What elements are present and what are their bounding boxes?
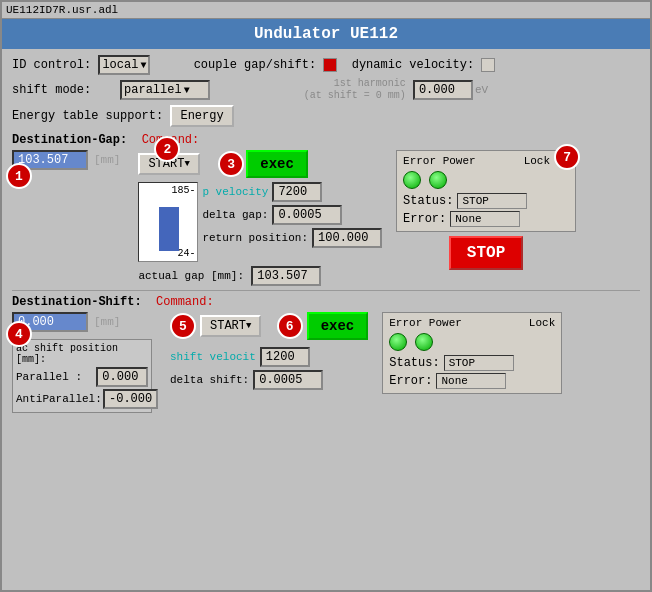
shift-header-row: Destination-Shift: Command:: [12, 295, 640, 309]
gap-error-panel: 7 Error Power Lock Status:: [396, 150, 576, 270]
gap-lock-led: [429, 171, 447, 189]
gap-delta-label: delta gap:: [202, 209, 268, 221]
gap-start-arrow: ▼: [184, 159, 189, 169]
shift-error-row: Error: None: [389, 373, 555, 389]
gap-lock-label: Lock: [524, 155, 550, 167]
shift-actual-label: ac shift position [mm]:: [16, 343, 148, 365]
controls-row2: shift mode: parallel ▼ 1st harmonic(at s…: [12, 78, 640, 102]
header-title: Undulator UE112: [254, 25, 398, 43]
gap-status-label: Status:: [403, 194, 453, 208]
gap-error-row: Error: None: [403, 211, 569, 227]
shift-antiparallel-row: AntiParallel: -0.000: [16, 389, 148, 409]
chart-bottom-label: 24-: [177, 248, 195, 259]
main-window: UE112ID7R.usr.adl Undulator UE112 ID con…: [0, 0, 652, 592]
shift-delta-value[interactable]: 0.0005: [253, 370, 323, 390]
gap-status-row: Status: STOP: [403, 193, 569, 209]
shift-power-led: [389, 333, 407, 351]
shift-error-box: Error Power Lock Status: STOP Error:: [382, 312, 562, 394]
shift-mode-arrow: ▼: [184, 85, 190, 96]
stop-btn-container: STOP: [396, 236, 576, 270]
badge-1: 1: [6, 163, 32, 189]
shift-error-value: None: [436, 373, 506, 389]
shift-error-label: Error:: [389, 374, 432, 388]
controls-row1: ID control: local ▼ couple gap/shift: dy…: [12, 55, 640, 75]
app-header: Undulator UE112: [2, 19, 650, 49]
shift-parallel-value: 0.000: [96, 367, 148, 387]
badge-3: 3: [218, 151, 244, 177]
shift-main-row: 0.000 [mm] ac shift position [mm]: Paral…: [12, 312, 640, 413]
couple-gap-shift-label: couple gap/shift:: [194, 58, 316, 72]
shift-error-power-label: Error Power: [389, 317, 462, 329]
shift-error-panel: Error Power Lock Status: STOP Error:: [382, 312, 562, 394]
gap-delta-row: delta gap: 0.0005: [202, 205, 382, 225]
gap-chart: 185- 24-: [138, 182, 198, 262]
shift-actual-panel: ac shift position [mm]: Parallel : 0.000…: [12, 339, 152, 413]
shift-lock-led: [415, 333, 433, 351]
gap-error-label: Error:: [403, 212, 446, 226]
gap-delta-value[interactable]: 0.0005: [272, 205, 342, 225]
shift-velocity-value[interactable]: 1200: [260, 347, 310, 367]
shift-mid-col: 5 START ▼ 6 exec shi: [170, 312, 368, 390]
id-control-label: ID control:: [12, 58, 91, 72]
badge-6: 6: [277, 313, 303, 339]
gap-error-value: None: [450, 211, 520, 227]
shift-parallel-label: Parallel :: [16, 371, 94, 383]
gap-status-value: STOP: [457, 193, 527, 209]
harmonic-unit: eV: [475, 84, 488, 96]
shift-command-label: Command:: [156, 295, 214, 309]
stop-button[interactable]: STOP: [449, 236, 523, 270]
shift-antiparallel-value: -0.000: [103, 389, 158, 409]
shift-mode-select[interactable]: parallel ▼: [120, 80, 210, 100]
gap-section: Destination-Gap: Command: 1 103.507 [mm]: [12, 133, 640, 286]
shift-status-row: Status: STOP: [389, 355, 555, 371]
gap-header-row: Destination-Gap: Command:: [12, 133, 640, 147]
shift-left-col: 0.000 [mm] ac shift position [mm]: Paral…: [12, 312, 152, 413]
shift-status-value: STOP: [444, 355, 514, 371]
title-bar: UE112ID7R.usr.adl: [2, 2, 650, 19]
gap-chart-row: 185- 24- p velocity 7200 delta gap:: [138, 182, 382, 262]
harmonic-label: 1st harmonic(at shift = 0 mm): [304, 78, 406, 102]
shift-velocity-label: shift velocit: [170, 351, 256, 363]
harmonic-label-block: 1st harmonic(at shift = 0 mm): [304, 78, 406, 102]
energy-table-label: Energy table support:: [12, 109, 163, 123]
actual-gap-value: 103.507: [251, 266, 321, 286]
gap-led-row: [403, 171, 550, 189]
gap-velocity-value[interactable]: 7200: [272, 182, 322, 202]
shift-dest-row: 0.000 [mm]: [12, 312, 152, 332]
dynamic-velocity-checkbox[interactable]: [481, 58, 495, 72]
shift-delta-label: delta shift:: [170, 374, 249, 386]
gap-right-fields: p velocity 7200 delta gap: 0.0005 return…: [202, 182, 382, 262]
shift-exec-button[interactable]: exec: [307, 312, 369, 340]
gap-chart-container: 2 START ▼ 3 exec: [138, 150, 382, 286]
badge-5: 5: [170, 313, 196, 339]
controls-row3: Energy table support: Energy: [12, 105, 640, 127]
shift-status-label: Status:: [389, 356, 439, 370]
shift-error-header: Error Power Lock: [389, 317, 555, 329]
gap-power-led: [403, 171, 421, 189]
badge-7: 7: [554, 144, 580, 170]
harmonic-value: 0.000: [413, 80, 473, 100]
shift-start-row: 5 START ▼ 6 exec: [170, 312, 368, 340]
gap-return-label: return position:: [202, 232, 308, 244]
shift-start-button[interactable]: START ▼: [200, 315, 261, 337]
id-control-select[interactable]: local ▼: [98, 55, 150, 75]
shift-title: Destination-Shift:: [12, 295, 142, 309]
shift-parallel-row: Parallel : 0.000: [16, 367, 148, 387]
shift-delta-row: delta shift: 0.0005: [170, 370, 368, 390]
gap-error-header: Error Power Lock: [403, 155, 550, 167]
gap-error-box: Error Power Lock Status: STOP Error:: [396, 150, 576, 232]
gap-exec-button[interactable]: exec: [246, 150, 308, 178]
gap-return-row: return position: 100.000: [202, 228, 382, 248]
shift-mode-label: shift mode:: [12, 83, 91, 97]
energy-button[interactable]: Energy: [170, 105, 233, 127]
shift-section: Destination-Shift: Command: 4 0.000 [mm]…: [12, 295, 640, 413]
gap-main-row: 103.507 [mm] 2 START ▼: [12, 150, 640, 286]
window-title: UE112ID7R.usr.adl: [6, 4, 118, 16]
couple-gap-shift-checkbox[interactable]: [323, 58, 337, 72]
shift-lock-label: Lock: [529, 317, 555, 329]
chart-top-label: 185-: [171, 185, 195, 196]
gap-velocity-label: p velocity: [202, 186, 268, 198]
gap-return-value[interactable]: 100.000: [312, 228, 382, 248]
shift-dest-unit: [mm]: [94, 316, 120, 328]
gap-dest-unit: [mm]: [94, 154, 120, 166]
